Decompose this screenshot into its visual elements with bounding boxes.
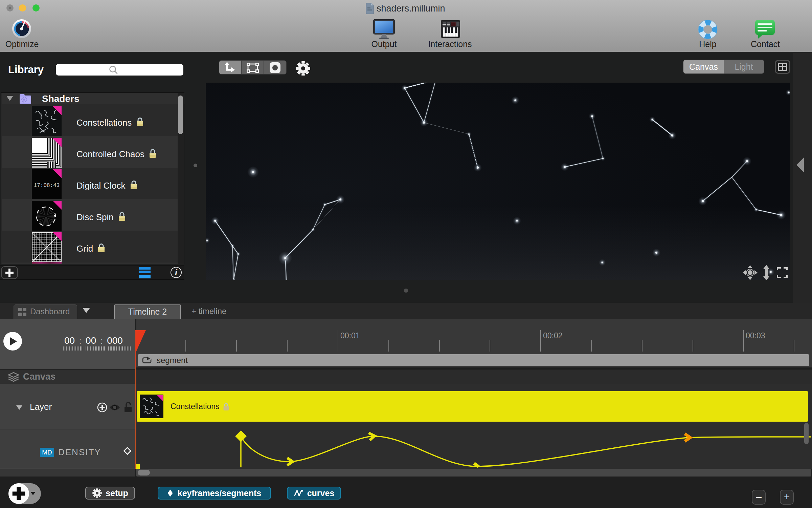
svg-text:17:08:43: 17:08:43 — [34, 183, 60, 189]
